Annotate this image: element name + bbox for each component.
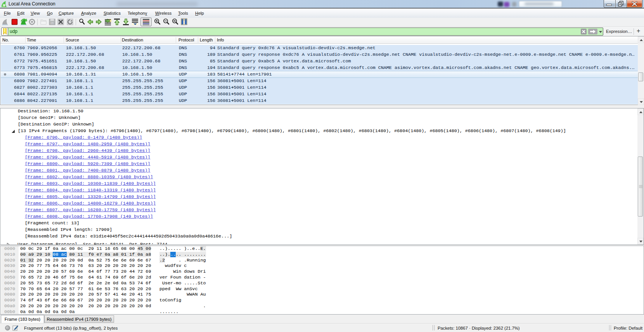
- svg-text:010: 010: [50, 22, 54, 24]
